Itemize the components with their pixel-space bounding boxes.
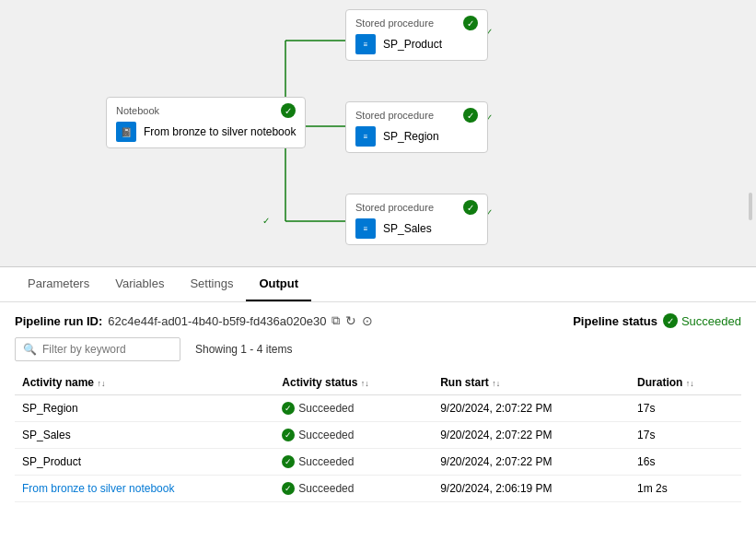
cell-activity-status: ✓ Succeeded <box>274 422 433 449</box>
col-activity-name: Activity name ↑↓ <box>15 370 274 395</box>
cell-duration: 17s <box>630 395 741 422</box>
cell-activity-status: ✓ Succeeded <box>274 476 433 502</box>
pipeline-status-value: ✓ Succeeded <box>663 313 741 328</box>
table-row: SP_Region✓ Succeeded9/20/2024, 2:07:22 P… <box>15 395 741 422</box>
activity-name-link[interactable]: From bronze to silver notebook <box>22 482 174 495</box>
cell-run-start: 9/20/2024, 2:07:22 PM <box>433 395 630 422</box>
sp-product-icon: ≡ <box>355 34 376 54</box>
sp-region-icon: ≡ <box>355 126 376 147</box>
svg-text:✓: ✓ <box>262 216 270 226</box>
notebook-node[interactable]: Notebook ✓ 📓 From bronze to silver noteb… <box>106 97 306 148</box>
status-check: ✓ <box>282 429 295 441</box>
table-header: Activity name ↑↓ Activity status ↑↓ Run … <box>15 370 741 395</box>
sp-region-name-text: SP_Region <box>383 130 439 143</box>
cell-activity-name: SP_Product <box>15 449 274 476</box>
notebook-icon: 📓 <box>116 122 136 142</box>
sort-run-start-icon[interactable]: ↑↓ <box>492 379 500 388</box>
status-check: ✓ <box>282 402 295 415</box>
col-run-start: Run start ↑↓ <box>433 370 630 395</box>
sp-region-check-icon: ✓ <box>463 108 478 123</box>
status-check-icon: ✓ <box>663 313 678 328</box>
pipeline-run-row: Pipeline run ID: 62c4e44f-ad01-4b40-b5f9… <box>15 313 741 328</box>
notebook-header-text: Notebook <box>116 105 159 116</box>
diagram-scrollbar[interactable] <box>749 193 752 220</box>
cell-duration: 1m 2s <box>630 476 741 502</box>
table-row: From bronze to silver notebook✓ Succeede… <box>15 476 741 502</box>
notebook-name-text: From bronze to silver notebook <box>144 125 296 138</box>
cell-duration: 16s <box>630 449 741 476</box>
pipeline-run-id-value: 62c4e44f-ad01-4b40-b5f9-fd436a020e30 <box>108 314 326 328</box>
status-badge: ✓ Succeeded <box>282 429 425 441</box>
bottom-panel: Parameters Variables Settings Output Pip… <box>0 267 756 541</box>
sort-activity-name-icon[interactable]: ↑↓ <box>97 379 105 388</box>
tab-bar: Parameters Variables Settings Output <box>0 267 756 302</box>
sp-sales-header: Stored procedure ✓ <box>355 200 478 215</box>
sp-sales-body: ≡ SP_Sales <box>355 218 478 239</box>
sp-sales-header-text: Stored procedure <box>355 202 434 213</box>
pipeline-run-id-label: Pipeline run ID: <box>15 314 102 328</box>
activity-table: Activity name ↑↓ Activity status ↑↓ Run … <box>15 370 741 502</box>
sp-product-header-text: Stored procedure <box>355 18 434 29</box>
status-check: ✓ <box>282 455 295 468</box>
pipeline-diagram: ✓ ✓ ✓ ✓ ✓ Notebook ✓ 📓 From bronze to si… <box>0 0 756 267</box>
sp-sales-node[interactable]: Stored procedure ✓ ≡ SP_Sales <box>345 194 488 245</box>
tab-parameters[interactable]: Parameters <box>15 267 102 301</box>
col-activity-status: Activity status ↑↓ <box>274 370 433 395</box>
cell-run-start: 9/20/2024, 2:06:19 PM <box>433 476 630 502</box>
cell-duration: 17s <box>630 422 741 449</box>
tab-output[interactable]: Output <box>246 267 311 301</box>
copy-icon[interactable]: ⧉ <box>331 313 340 328</box>
status-badge: ✓ Succeeded <box>282 455 425 468</box>
table-header-row: Activity name ↑↓ Activity status ↑↓ Run … <box>15 370 741 395</box>
sp-product-body: ≡ SP_Product <box>355 34 478 54</box>
search-icon: 🔍 <box>23 343 37 356</box>
cell-activity-name[interactable]: From bronze to silver notebook <box>15 476 274 502</box>
cell-activity-status: ✓ Succeeded <box>274 449 433 476</box>
tab-settings[interactable]: Settings <box>177 267 246 301</box>
status-badge: ✓ Succeeded <box>282 402 425 415</box>
sp-product-node[interactable]: Stored procedure ✓ ≡ SP_Product <box>345 9 488 61</box>
sp-region-body: ≡ SP_Region <box>355 126 478 147</box>
sp-region-header: Stored procedure ✓ <box>355 108 478 123</box>
pipeline-status-section: Pipeline status ✓ Succeeded <box>573 313 741 328</box>
cell-activity-name: SP_Sales <box>15 422 274 449</box>
refresh-icon[interactable]: ↻ <box>345 313 356 328</box>
notebook-check-icon: ✓ <box>281 103 296 118</box>
sp-product-check-icon: ✓ <box>463 16 478 30</box>
notebook-node-header: Notebook ✓ <box>116 103 296 118</box>
table-row: SP_Product✓ Succeeded9/20/2024, 2:07:22 … <box>15 449 741 476</box>
info-icon[interactable]: ⊙ <box>362 313 373 328</box>
sp-sales-icon: ≡ <box>355 218 376 239</box>
status-badge: ✓ Succeeded <box>282 482 425 495</box>
cell-run-start: 9/20/2024, 2:07:22 PM <box>433 422 630 449</box>
table-row: SP_Sales✓ Succeeded9/20/2024, 2:07:22 PM… <box>15 422 741 449</box>
showing-count-text: Showing 1 - 4 items <box>195 343 292 356</box>
col-duration: Duration ↑↓ <box>630 370 741 395</box>
output-content: Pipeline run ID: 62c4e44f-ad01-4b40-b5f9… <box>0 302 756 513</box>
filter-keyword-input[interactable] <box>42 343 171 356</box>
filter-row: 🔍 Showing 1 - 4 items <box>15 337 741 361</box>
cell-run-start: 9/20/2024, 2:07:22 PM <box>433 449 630 476</box>
status-value-text: Succeeded <box>681 314 741 328</box>
notebook-node-body: 📓 From bronze to silver notebook <box>116 122 296 142</box>
cell-activity-name: SP_Region <box>15 395 274 422</box>
status-check: ✓ <box>282 482 295 495</box>
pipeline-run-left: Pipeline run ID: 62c4e44f-ad01-4b40-b5f9… <box>15 313 373 328</box>
tab-variables[interactable]: Variables <box>102 267 177 301</box>
sp-sales-check-icon: ✓ <box>463 200 478 215</box>
sort-activity-status-icon[interactable]: ↑↓ <box>361 379 369 388</box>
table-body: SP_Region✓ Succeeded9/20/2024, 2:07:22 P… <box>15 395 741 502</box>
sp-sales-name-text: SP_Sales <box>383 222 432 235</box>
sp-region-header-text: Stored procedure <box>355 110 434 121</box>
sort-duration-icon[interactable]: ↑↓ <box>686 379 694 388</box>
cell-activity-status: ✓ Succeeded <box>274 395 433 422</box>
sp-product-header: Stored procedure ✓ <box>355 16 478 30</box>
sp-product-name-text: SP_Product <box>383 38 442 51</box>
filter-input-wrapper[interactable]: 🔍 <box>15 337 180 361</box>
sp-region-node[interactable]: Stored procedure ✓ ≡ SP_Region <box>345 101 488 153</box>
pipeline-status-label: Pipeline status <box>573 314 657 328</box>
